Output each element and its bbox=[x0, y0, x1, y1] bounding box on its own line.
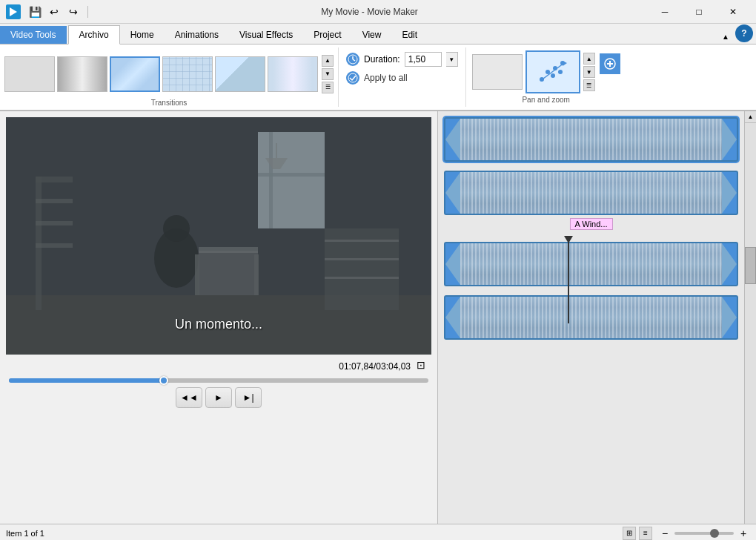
transition-selected-thumb[interactable] bbox=[110, 56, 160, 92]
tab-video-tools[interactable]: Video Tools bbox=[0, 26, 67, 44]
tab-view[interactable]: View bbox=[352, 26, 392, 44]
svg-rect-18 bbox=[258, 132, 325, 228]
apply-row: Apply to all bbox=[346, 71, 458, 85]
panzoom-scroll-down[interactable]: ▼ bbox=[583, 66, 595, 78]
timeline-scrollbar[interactable]: ▲ ▼ bbox=[744, 111, 756, 524]
title-bar-tools[interactable]: 💾 ↩ ↪ bbox=[6, 4, 91, 20]
progress-fill bbox=[9, 378, 164, 383]
svg-rect-31 bbox=[325, 277, 399, 279]
svg-marker-13 bbox=[563, 61, 567, 66]
duration-icon bbox=[346, 53, 359, 66]
rewind-button[interactable]: ◄◄ bbox=[176, 387, 202, 408]
panzoom-thumb-1[interactable] bbox=[472, 54, 523, 90]
svg-rect-29 bbox=[325, 240, 399, 242]
maximize-button[interactable]: □ bbox=[682, 0, 716, 24]
play-button[interactable]: ► bbox=[205, 387, 232, 408]
redo-button[interactable]: ↪ bbox=[65, 4, 82, 20]
scroll-thumb[interactable] bbox=[745, 247, 756, 284]
forward-button[interactable]: ►| bbox=[235, 387, 262, 408]
pan-zoom-label: Pan and zoom bbox=[522, 96, 570, 104]
toolbar-separator bbox=[87, 6, 88, 18]
svg-rect-26 bbox=[195, 254, 199, 295]
progress-thumb[interactable] bbox=[159, 376, 168, 385]
window-controls[interactable]: ─ □ ✕ bbox=[648, 0, 750, 24]
svg-rect-30 bbox=[325, 258, 399, 260]
progress-bar[interactable] bbox=[9, 378, 428, 383]
transition-blur-thumb[interactable] bbox=[268, 56, 318, 92]
svg-rect-24 bbox=[199, 251, 258, 295]
transition-fade-thumb[interactable] bbox=[57, 56, 107, 92]
zoom-slider[interactable] bbox=[674, 532, 734, 535]
pan-zoom-section: ▲ ▼ ☰ Pan and zoom bbox=[466, 47, 626, 107]
panzoom-active-thumb[interactable] bbox=[525, 50, 580, 93]
progress-container[interactable] bbox=[6, 378, 431, 383]
playback-controls: ◄◄ ► ►| bbox=[6, 387, 431, 408]
undo-button[interactable]: ↩ bbox=[46, 4, 62, 20]
transition-grid-thumb[interactable] bbox=[162, 56, 213, 92]
clip-track-1[interactable] bbox=[444, 117, 738, 162]
time-display: 01:07,84/03:04,03 ⊡ bbox=[6, 359, 431, 374]
transitions-thumbs-row: ▲ ▼ ☰ bbox=[4, 50, 334, 97]
status-bar: Item 1 of 1 ⊞ ≡ − + bbox=[0, 524, 756, 540]
timeline-area: A Wind... bbox=[437, 111, 756, 524]
tab-animations[interactable]: Animations bbox=[165, 26, 229, 44]
clip-track-4[interactable] bbox=[444, 295, 738, 340]
transitions-scroll: ▲ ▼ ☰ bbox=[322, 55, 334, 93]
pan-zoom-content: ▲ ▼ ☰ bbox=[472, 50, 620, 93]
transitions-scroll-up[interactable]: ▲ bbox=[322, 55, 334, 67]
video-preview: Un momento... bbox=[6, 117, 431, 355]
transition-arrow-thumb[interactable] bbox=[215, 56, 265, 92]
title-bar: 💾 ↩ ↪ My Movie - Movie Maker ─ □ ✕ bbox=[0, 0, 756, 24]
svg-point-23 bbox=[163, 215, 190, 242]
scroll-up-btn[interactable]: ▲ bbox=[745, 111, 756, 123]
panzoom-scroll-up[interactable]: ▲ bbox=[583, 53, 595, 65]
tab-edit[interactable]: Edit bbox=[391, 26, 428, 44]
svg-rect-34 bbox=[36, 199, 73, 203]
transition-none-thumb[interactable] bbox=[4, 56, 55, 92]
zoom-slider-thumb[interactable] bbox=[710, 529, 719, 538]
status-icon-2[interactable]: ≡ bbox=[639, 527, 652, 540]
fullscreen-btn[interactable]: ⊡ bbox=[417, 359, 431, 374]
apply-to-all-label[interactable]: Apply to all bbox=[364, 73, 408, 83]
svg-rect-25 bbox=[199, 247, 258, 253]
tab-visual-effects[interactable]: Visual Effects bbox=[229, 26, 303, 44]
clip-item-1[interactable] bbox=[444, 117, 738, 162]
transitions-scroll-down[interactable]: ▼ bbox=[322, 68, 334, 80]
tab-home[interactable]: Home bbox=[120, 26, 165, 44]
duration-dropdown-btn[interactable]: ▼ bbox=[446, 52, 458, 67]
tab-project[interactable]: Project bbox=[303, 26, 351, 44]
scroll-track[interactable] bbox=[745, 123, 756, 524]
svg-rect-20 bbox=[258, 173, 325, 177]
playhead bbox=[568, 236, 569, 323]
svg-rect-19 bbox=[269, 132, 273, 228]
help-button[interactable]: ? bbox=[735, 24, 753, 42]
status-icons: ⊞ ≡ bbox=[623, 527, 652, 540]
zoom-in-btn[interactable]: + bbox=[737, 527, 750, 540]
status-icon-1[interactable]: ⊞ bbox=[623, 527, 636, 540]
apply-icon bbox=[346, 71, 359, 85]
clip-item-2[interactable]: A Wind... bbox=[444, 171, 738, 215]
tab-archivo[interactable]: Archivo bbox=[68, 25, 120, 45]
clip-item-4[interactable] bbox=[444, 295, 738, 340]
clip-label-2: A Wind... bbox=[569, 218, 612, 230]
duration-input[interactable] bbox=[405, 52, 442, 67]
clip-item-3[interactable] bbox=[444, 242, 738, 286]
window-title: My Movie - Movie Maker bbox=[91, 7, 648, 17]
panzoom-scroll-list[interactable]: ☰ bbox=[583, 79, 595, 91]
close-button[interactable]: ✕ bbox=[716, 0, 750, 24]
transitions-scroll-list[interactable]: ☰ bbox=[322, 82, 334, 93]
duration-section: Duration: ▼ Apply to all bbox=[339, 47, 466, 107]
transitions-label: Transitions bbox=[4, 99, 334, 107]
status-text: Item 1 of 1 bbox=[6, 529, 617, 538]
svg-rect-35 bbox=[36, 221, 73, 225]
clip-track-3[interactable] bbox=[444, 242, 738, 286]
preview-area: Un momento... 01:07,84/03:04,03 ⊡ ◄◄ ► ►… bbox=[0, 111, 437, 524]
panzoom-controls: ▲ ▼ ☰ bbox=[583, 53, 595, 91]
ribbon-collapse-btn[interactable]: ▲ bbox=[716, 30, 735, 44]
timeline-content: A Wind... bbox=[438, 111, 744, 346]
minimize-button[interactable]: ─ bbox=[648, 0, 682, 24]
save-button[interactable]: 💾 bbox=[27, 4, 43, 20]
panzoom-add-btn[interactable] bbox=[600, 53, 620, 74]
zoom-out-btn[interactable]: − bbox=[658, 527, 672, 540]
clip-track-2[interactable] bbox=[444, 171, 738, 215]
